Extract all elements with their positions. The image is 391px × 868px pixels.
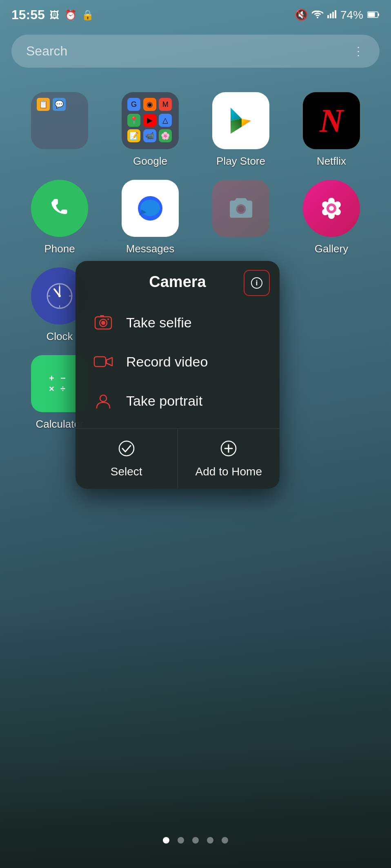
page-dots <box>0 837 391 844</box>
svg-point-47 <box>100 395 107 402</box>
context-menu-header: Camera i <box>76 261 280 299</box>
context-menu: Camera i Take selfie <box>76 261 280 489</box>
messages-label: Messages <box>126 243 175 255</box>
app-item-camera[interactable] <box>198 180 284 255</box>
page-dot-2[interactable] <box>178 837 184 844</box>
battery-percent: 74% <box>340 9 363 22</box>
svg-rect-43 <box>100 315 104 317</box>
meet-mini: 📹 <box>143 129 156 142</box>
svg-text:+: + <box>49 373 54 383</box>
messages-icon <box>122 180 179 237</box>
svg-rect-1 <box>330 13 331 18</box>
app-item-phone[interactable]: Phone <box>16 180 103 255</box>
youtube-mini: ▶ <box>143 114 156 127</box>
svg-marker-46 <box>107 358 112 366</box>
status-time: 15:55 <box>11 7 45 22</box>
svg-point-25 <box>329 206 334 211</box>
record-video-icon <box>92 350 115 373</box>
drive-mini: △ <box>159 114 172 127</box>
svg-point-42 <box>101 321 105 325</box>
google-folder-icon: G ◉ M 📍 ▶ △ 📝 📹 🌸 <box>122 92 179 149</box>
phone-label: Phone <box>44 243 75 255</box>
page-dot-3[interactable] <box>192 837 199 844</box>
app-item-misc-folder[interactable]: 📋 💬 <box>16 92 103 168</box>
battery-icon <box>367 9 380 21</box>
app-item-messages[interactable]: Messages <box>107 180 193 255</box>
gmail-mini: M <box>159 98 172 111</box>
select-label: Select <box>111 465 142 478</box>
keep-mini: 📝 <box>127 129 140 142</box>
svg-line-28 <box>54 289 60 296</box>
mini-app-1: 📋 <box>37 98 50 111</box>
svg-point-16 <box>238 206 244 212</box>
svg-point-21 <box>328 212 335 219</box>
chrome-mini: ◉ <box>143 98 156 111</box>
empty-slot-3 <box>288 267 375 343</box>
netflix-icon: N <box>303 92 360 149</box>
gallery-status-icon: 🖼 <box>50 9 60 21</box>
empty-slot-6 <box>288 355 375 431</box>
svg-text:i: i <box>255 279 258 287</box>
svg-rect-6 <box>368 13 375 17</box>
svg-marker-10 <box>231 119 242 134</box>
select-action[interactable]: Select <box>76 429 178 489</box>
svg-point-48 <box>119 441 134 456</box>
take-selfie-label: Take selfie <box>126 315 192 331</box>
search-placeholder: Search <box>26 44 67 59</box>
svg-marker-8 <box>231 108 242 121</box>
context-menu-title: Camera <box>149 273 206 291</box>
play-store-label: Play Store <box>216 155 265 168</box>
camera-app-icon <box>212 180 269 237</box>
select-icon <box>118 440 136 461</box>
svg-point-18 <box>328 198 335 204</box>
google-mini: G <box>127 98 140 111</box>
info-button[interactable]: i <box>244 270 270 296</box>
take-portrait-label: Take portrait <box>126 393 202 409</box>
app-item-gallery[interactable]: Gallery <box>288 180 375 255</box>
wifi-icon <box>312 9 323 21</box>
search-more-button[interactable]: ⋮ <box>353 44 365 58</box>
add-to-home-action[interactable]: Add to Home <box>178 429 280 489</box>
record-video-label: Record video <box>126 354 208 370</box>
status-left: 15:55 🖼 ⏰ 🔒 <box>11 7 94 22</box>
clock-label: Clock <box>46 330 73 343</box>
netflix-label: Netflix <box>317 155 346 168</box>
page-dot-5[interactable] <box>222 837 228 844</box>
add-to-home-label: Add to Home <box>196 465 262 478</box>
google-label: Google <box>133 155 167 168</box>
svg-point-44 <box>107 318 109 320</box>
svg-text:×: × <box>49 384 54 394</box>
search-bar[interactable]: Search ⋮ <box>11 35 380 68</box>
app-item-play-store[interactable]: Play Store <box>198 92 284 168</box>
take-portrait-icon <box>92 389 115 412</box>
phone-icon <box>31 180 88 237</box>
gallery-label: Gallery <box>315 243 348 255</box>
take-selfie-item[interactable]: Take selfie <box>76 303 280 342</box>
svg-marker-9 <box>242 119 251 127</box>
page-dot-1[interactable] <box>163 837 169 844</box>
clock-status-icon: ⏰ <box>64 9 77 21</box>
page-dot-4[interactable] <box>207 837 213 844</box>
lock-status-icon: 🔒 <box>82 9 94 21</box>
photos-mini: 🌸 <box>159 129 172 142</box>
play-store-icon <box>212 92 269 149</box>
status-bar: 15:55 🖼 ⏰ 🔒 🔇 74% <box>0 0 391 27</box>
mini-app-2: 💬 <box>53 98 66 111</box>
take-selfie-icon <box>92 311 115 334</box>
context-menu-actions: Select Add to Home <box>76 428 280 489</box>
context-menu-items: Take selfie Record video Take portrait <box>76 299 280 428</box>
app-item-netflix[interactable]: N Netflix <box>288 92 375 168</box>
record-video-item[interactable]: Record video <box>76 342 280 381</box>
svg-rect-2 <box>332 12 334 18</box>
mute-icon: 🔇 <box>295 9 308 21</box>
add-to-home-icon <box>220 440 238 461</box>
signal-icon <box>327 9 336 21</box>
app-item-google[interactable]: G ◉ M 📍 ▶ △ 📝 📹 🌸 Google <box>107 92 193 168</box>
maps-mini: 📍 <box>127 114 140 127</box>
svg-text:−: − <box>60 373 66 383</box>
svg-rect-0 <box>327 15 329 18</box>
gallery-icon <box>303 180 360 237</box>
status-right: 🔇 74% <box>295 9 380 22</box>
svg-rect-45 <box>94 357 106 367</box>
take-portrait-item[interactable]: Take portrait <box>76 381 280 420</box>
